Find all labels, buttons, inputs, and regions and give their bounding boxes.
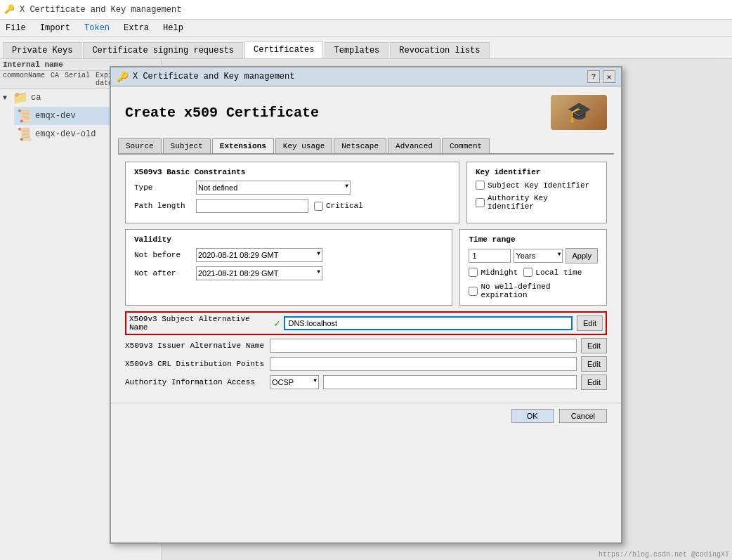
time-range-section: Time range Years Months Days Apply: [459, 229, 607, 306]
authority-key-checkbox[interactable]: [476, 198, 485, 207]
not-before-select-wrapper: 2020-08-21 08:29 GMT: [196, 248, 322, 262]
not-after-select[interactable]: 2021-08-21 08:29 GMT: [196, 266, 322, 280]
tab-private-keys[interactable]: Private Keys: [3, 42, 81, 58]
crl-input[interactable]: [270, 357, 577, 371]
dialog-footer: OK Cancel: [111, 403, 621, 429]
san-label: X509v3 Subject Alternative Name: [129, 315, 270, 332]
type-row: Type Not defined: [134, 181, 450, 195]
san-edit-btn[interactable]: Edit: [577, 315, 603, 331]
top-sections: X509v3 Basic Constraints Type Not define…: [125, 162, 607, 223]
crl-label: X509v3 CRL Distribution Points: [125, 360, 266, 368]
aia-input[interactable]: [323, 375, 577, 389]
san-check-icon: ✓: [274, 318, 280, 330]
tab-certificates[interactable]: Certificates: [244, 41, 323, 58]
basic-constraints-title: X509v3 Basic Constraints: [134, 168, 450, 176]
not-after-row: Not after 2021-08-21 08:29 GMT: [134, 266, 443, 280]
no-expiry-checkbox[interactable]: [469, 287, 478, 296]
modal-title-left: 🔑 X Certificate and Key management: [117, 71, 294, 83]
modal-title-text: X Certificate and Key management: [133, 72, 294, 82]
path-length-input[interactable]: [196, 199, 308, 213]
not-after-label: Not after: [134, 269, 190, 278]
apply-button[interactable]: Apply: [566, 248, 598, 263]
ext-row-crl: X509v3 CRL Distribution Points Edit: [125, 356, 607, 372]
ext-row-aia: Authority Information Access OCSP CA Iss…: [125, 375, 607, 390]
no-expiry-label: No well-defined expiration: [469, 282, 598, 299]
modal-controls: ? ✕: [587, 70, 615, 83]
modal-icon: 🔑: [117, 71, 129, 83]
time-unit-wrapper: Years Months Days: [514, 249, 563, 263]
dialog-tab-keyusage[interactable]: Key usage: [275, 138, 332, 153]
not-before-select[interactable]: 2020-08-21 08:29 GMT: [196, 248, 322, 262]
san-input[interactable]: [284, 316, 573, 330]
dialog-tab-comment[interactable]: Comment: [442, 138, 490, 153]
aia-select-wrapper: OCSP CA Issuers: [270, 375, 319, 389]
time-range-input[interactable]: [469, 249, 511, 263]
app-icon: 🔑: [4, 4, 15, 15]
local-time-label: Local time: [523, 268, 582, 277]
local-time-checkbox[interactable]: [523, 268, 532, 277]
crl-edit-btn[interactable]: Edit: [581, 356, 607, 372]
validity-sections: Validity Not before 2020-08-21 08:29 GMT…: [125, 229, 607, 306]
ok-button[interactable]: OK: [511, 409, 554, 423]
modal-title-bar: 🔑 X Certificate and Key management ? ✕: [111, 67, 621, 86]
basic-constraints-section: X509v3 Basic Constraints Type Not define…: [125, 162, 459, 223]
type-select-wrapper: Not defined: [196, 181, 351, 195]
ian-label: X509v3 Issuer Alternative Name: [125, 341, 266, 350]
path-length-row: Path length Critical: [134, 199, 450, 213]
dialog-tab-netscape[interactable]: Netscape: [334, 138, 386, 153]
ext-row-san: X509v3 Subject Alternative Name ✓ Edit: [125, 311, 607, 335]
critical-checkbox[interactable]: [314, 202, 323, 211]
subject-key-checkbox[interactable]: [476, 181, 485, 190]
main-area: Internal name commonName CA Serial Expir…: [0, 59, 732, 560]
type-label: Type: [134, 183, 190, 192]
menu-import[interactable]: Import: [37, 22, 73, 34]
ian-edit-btn[interactable]: Edit: [581, 338, 607, 353]
not-after-select-wrapper: 2021-08-21 08:29 GMT: [196, 266, 322, 280]
title-bar-text: X Certificate and Key management: [20, 5, 181, 15]
modal-dialog: 🔑 X Certificate and Key management ? ✕ C…: [110, 66, 622, 544]
not-before-row: Not before 2020-08-21 08:29 GMT: [134, 248, 443, 262]
subject-key-row: Subject Key Identifier: [476, 181, 598, 190]
not-before-label: Not before: [134, 251, 190, 259]
dialog-tabs: Source Subject Extensions Key usage Nets…: [118, 138, 614, 155]
dialog-tab-advanced[interactable]: Advanced: [388, 138, 440, 153]
menu-token[interactable]: Token: [81, 22, 112, 34]
validity-section: Validity Not before 2020-08-21 08:29 GMT…: [125, 229, 452, 306]
midnight-checkbox[interactable]: [469, 268, 478, 277]
midnight-label: Midnight: [469, 268, 518, 277]
critical-label: Critical: [314, 202, 363, 211]
time-unit-select[interactable]: Years Months Days: [514, 249, 563, 263]
main-tabs: Private Keys Certificate signing request…: [0, 37, 732, 59]
menu-extra[interactable]: Extra: [121, 22, 152, 34]
dialog-tab-source[interactable]: Source: [118, 138, 162, 153]
tab-csr[interactable]: Certificate signing requests: [83, 42, 243, 58]
dialog-body: X509v3 Basic Constraints Type Not define…: [111, 155, 621, 400]
ian-input[interactable]: [270, 339, 577, 353]
aia-label: Authority Information Access: [125, 378, 266, 386]
authority-key-row: Authority Key Identifier: [476, 194, 598, 211]
aia-select[interactable]: OCSP CA Issuers: [270, 375, 319, 389]
aia-edit-btn[interactable]: Edit: [581, 375, 607, 390]
menu-help[interactable]: Help: [160, 22, 186, 34]
modal-help-btn[interactable]: ?: [587, 70, 600, 83]
dialog-title: Create x509 Certificate: [125, 105, 319, 121]
key-identifier-title: Key identifier: [476, 168, 598, 176]
modal-close-btn[interactable]: ✕: [603, 70, 615, 83]
dialog-logo: 🎓: [551, 95, 607, 130]
dialog-tab-subject[interactable]: Subject: [163, 138, 211, 153]
menu-bar: File Import Token Extra Help: [0, 20, 732, 37]
dialog-tab-extensions[interactable]: Extensions: [212, 138, 274, 153]
title-bar: 🔑 X Certificate and Key management: [0, 0, 732, 20]
modal-overlay: 🔑 X Certificate and Key management ? ✕ C…: [0, 59, 732, 560]
tab-revocation[interactable]: Revocation lists: [390, 42, 489, 58]
ext-row-ian: X509v3 Issuer Alternative Name Edit: [125, 338, 607, 353]
path-length-label: Path length: [134, 202, 190, 210]
cancel-button[interactable]: Cancel: [559, 409, 607, 423]
menu-file[interactable]: File: [3, 22, 29, 34]
key-identifier-section: Key identifier Subject Key Identifier Au…: [466, 162, 607, 223]
time-range-title: Time range: [469, 235, 598, 244]
tab-templates[interactable]: Templates: [325, 42, 388, 58]
type-select[interactable]: Not defined: [196, 181, 351, 195]
dialog-header: Create x509 Certificate 🎓: [111, 86, 621, 138]
watermark: https://blog.csdn.net @codingXT: [599, 551, 729, 559]
